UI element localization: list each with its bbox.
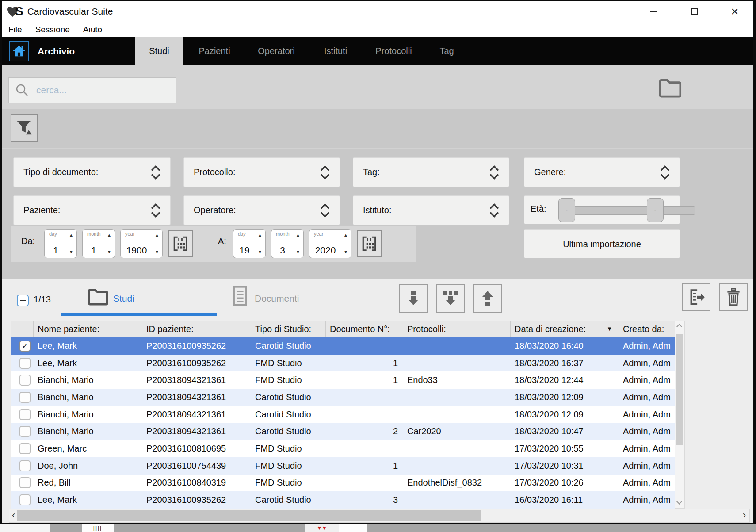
vertical-scrollbar-thumb[interactable] xyxy=(676,334,683,445)
horizontal-scrollbar[interactable]: ‹ › xyxy=(9,509,750,523)
cell-study-type: Carotid Studio xyxy=(251,337,326,355)
dropdown-patient[interactable]: Paziente: xyxy=(13,195,171,225)
row-checkbox[interactable] xyxy=(19,494,31,505)
date-to-calendar-button[interactable] xyxy=(357,230,382,257)
logo-letter: S xyxy=(15,4,23,19)
scroll-left-icon[interactable]: ‹ xyxy=(12,510,15,520)
header-document-n[interactable]: Documento N°: xyxy=(326,321,403,337)
vertical-scrollbar[interactable] xyxy=(675,321,685,509)
table-row[interactable]: Bianchi, MarioP200318094321361Carotid St… xyxy=(11,406,675,423)
scroll-right-icon[interactable]: › xyxy=(743,510,746,520)
row-checkbox[interactable] xyxy=(19,460,31,471)
scroll-down-icon[interactable] xyxy=(676,499,682,505)
row-checkbox[interactable] xyxy=(19,477,31,488)
scroll-up-icon[interactable] xyxy=(676,324,682,329)
delete-button[interactable] xyxy=(719,283,748,311)
spinner-up-icon[interactable]: ▲ xyxy=(344,233,348,237)
last-import-button[interactable]: Ultima importazione xyxy=(524,229,680,258)
header-created-date[interactable]: Data di creazione:▼ xyxy=(511,321,619,337)
spinner-up-icon[interactable]: ▲ xyxy=(69,233,73,237)
menu-sessione[interactable]: Sessione xyxy=(35,25,70,34)
tab-protocolli[interactable]: Protocolli xyxy=(364,37,424,65)
select-all-checkbox[interactable] xyxy=(17,295,29,306)
screen: S Cardiovascular Suite × File Sessione A… xyxy=(0,0,756,532)
dropdown-operator[interactable]: Operatore: xyxy=(183,195,340,225)
dropdown-tag[interactable]: Tag: xyxy=(353,157,509,187)
spinner-up-icon[interactable]: ▲ xyxy=(155,233,159,237)
date-from-day-spinner[interactable]: day 1 ▲ ▼ xyxy=(44,229,77,258)
cell-protocols xyxy=(403,355,511,372)
spinner-up-icon[interactable]: ▲ xyxy=(258,233,262,237)
date-to-month-spinner[interactable]: month 3 ▲ ▼ xyxy=(271,229,304,258)
header-patient-name[interactable]: Nome paziente: xyxy=(34,321,142,337)
spinner-down-icon[interactable]: ▼ xyxy=(69,250,73,254)
date-from-year-spinner[interactable]: year 1900 ▲ ▼ xyxy=(120,229,163,258)
date-from-month-spinner[interactable]: month 1 ▲ ▼ xyxy=(82,229,115,258)
table-row[interactable]: Lee, MarkP200316100935262FMD Studio118/0… xyxy=(11,355,675,372)
row-checkbox[interactable] xyxy=(19,392,31,403)
dropdown-gender[interactable]: Genere: xyxy=(524,157,680,187)
cell-created-by: Admin, Adm xyxy=(619,475,675,492)
panel-divider xyxy=(2,148,753,149)
table-row[interactable]: ✓Lee, MarkP200316100935262Carotid Studio… xyxy=(11,337,675,355)
open-folder-button[interactable] xyxy=(658,75,683,100)
spinner-up-icon[interactable]: ▲ xyxy=(107,233,111,237)
menu-aiuto[interactable]: Aiuto xyxy=(83,25,102,34)
minimize-button[interactable] xyxy=(647,5,660,18)
table-row[interactable]: Bianchi, MarioP200318094321361FMD Studio… xyxy=(11,371,675,389)
row-checkbox[interactable] xyxy=(19,375,31,386)
date-to-day-spinner[interactable]: day 19 ▲ ▼ xyxy=(233,229,266,258)
table-row[interactable]: Doe, JohnP200316100754439FMD Studio117/0… xyxy=(11,457,675,475)
age-slider-track[interactable] xyxy=(567,206,695,215)
header-protocols[interactable]: Protocolli: xyxy=(403,321,511,337)
table-row[interactable]: Bianchi, MarioP200318094321361Carotid St… xyxy=(11,423,675,440)
header-created-by[interactable]: Creato da: xyxy=(619,321,675,337)
spinner-down-icon[interactable]: ▼ xyxy=(258,250,262,254)
header-patient-id[interactable]: ID paziente: xyxy=(142,321,251,337)
download-study-button[interactable] xyxy=(399,284,428,313)
cell-patient-id: P200316100810695 xyxy=(142,440,251,457)
age-label: Età: xyxy=(531,204,546,214)
maximize-button[interactable] xyxy=(688,5,700,18)
row-checkbox[interactable]: ✓ xyxy=(19,341,31,352)
tab-tag[interactable]: Tag xyxy=(424,37,470,65)
close-button[interactable]: × xyxy=(729,5,741,18)
list-tab-studi[interactable]: Studi xyxy=(113,293,134,304)
sort-desc-icon[interactable]: ▼ xyxy=(607,321,612,337)
tab-pazienti[interactable]: Pazienti xyxy=(183,37,245,65)
spinner-up-icon[interactable]: ▲ xyxy=(296,233,300,237)
date-from-calendar-button[interactable] xyxy=(168,230,193,257)
row-checkbox[interactable] xyxy=(19,358,31,369)
export-button[interactable] xyxy=(682,283,710,311)
tab-operatori[interactable]: Operatori xyxy=(245,37,307,65)
dropdown-document-type[interactable]: Tipo di documento: xyxy=(13,157,171,187)
menu-file[interactable]: File xyxy=(8,25,22,34)
table-row[interactable]: Lee, MarkP200316100935262Carotid Studio3… xyxy=(11,491,675,509)
age-slider-handle-min[interactable]: - xyxy=(558,198,575,222)
table-row[interactable]: Red, BillP200316100840319FMD StudioEndot… xyxy=(11,475,675,492)
tab-studi[interactable]: Studi xyxy=(135,37,183,65)
upload-study-button[interactable] xyxy=(473,284,502,313)
list-tab-documenti[interactable]: Documenti xyxy=(255,293,299,304)
date-to-year-spinner[interactable]: year 2020 ▲ ▼ xyxy=(309,229,351,258)
table-row[interactable]: Bianchi, MarioP200318094321361Carotid St… xyxy=(11,389,675,406)
home-button[interactable] xyxy=(9,41,29,61)
download-multiple-button[interactable] xyxy=(436,284,465,313)
spinner-down-icon[interactable]: ▼ xyxy=(107,250,111,254)
filter-button[interactable] xyxy=(11,114,38,142)
tab-istituti[interactable]: Istituti xyxy=(307,37,364,65)
row-checkbox[interactable] xyxy=(19,443,31,454)
row-checkbox[interactable] xyxy=(19,426,31,437)
dropdown-institute[interactable]: Istituto: xyxy=(353,195,509,225)
horizontal-scrollbar-thumb[interactable] xyxy=(17,510,481,521)
spinner-down-icon[interactable]: ▼ xyxy=(155,250,159,254)
search-box[interactable] xyxy=(8,77,176,103)
spinner-down-icon[interactable]: ▼ xyxy=(296,250,300,254)
spinner-down-icon[interactable]: ▼ xyxy=(344,250,348,254)
table-row[interactable]: Green, MarcP200316100810695FMD Studio17/… xyxy=(11,440,675,457)
header-study-type[interactable]: Tipo di Studio: xyxy=(251,321,326,337)
row-checkbox[interactable] xyxy=(19,409,31,420)
dropdown-protocol[interactable]: Protocollo: xyxy=(183,157,340,187)
age-slider-handle-max[interactable]: - xyxy=(647,198,664,222)
search-input[interactable] xyxy=(35,84,159,96)
